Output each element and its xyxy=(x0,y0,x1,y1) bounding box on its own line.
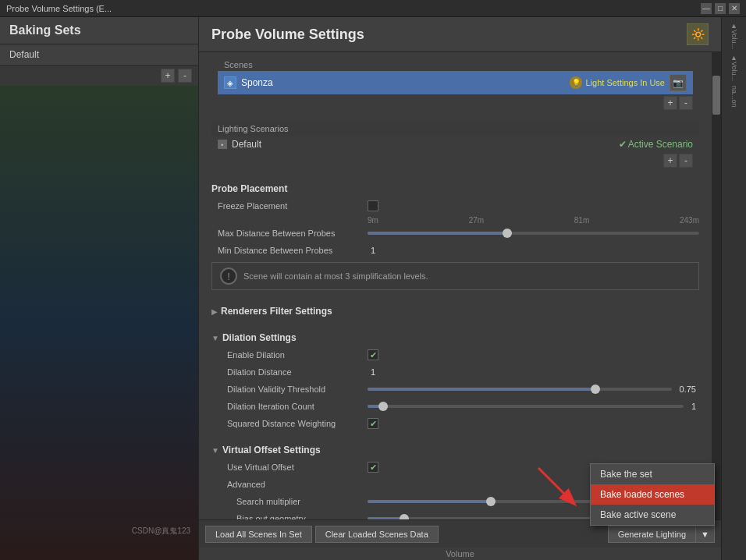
title-bar-controls: — □ ✕ xyxy=(701,3,740,14)
dilation-iteration-row: Dilation Iteration Count 1 xyxy=(211,398,699,415)
squared-distance-checkbox[interactable]: ✔ xyxy=(368,418,378,429)
lighting-default-row[interactable]: ▪ Default ✔ Active Scenario xyxy=(211,136,699,152)
light-settings-badge: 💡 Light Settings In Use xyxy=(570,76,665,89)
enable-dilation-checkbox[interactable]: ✔ xyxy=(368,349,378,360)
iteration-slider[interactable]: 1 xyxy=(368,402,699,411)
renderers-filter-header[interactable]: ▶ Renderers Filter Settings xyxy=(211,303,699,320)
squared-distance-label: Squared Distance Weighting xyxy=(211,419,368,428)
light-badge-icon: 💡 xyxy=(570,76,582,89)
bake-the-set-item[interactable]: Bake the set xyxy=(591,464,714,484)
scenes-remove-button[interactable]: - xyxy=(679,96,693,110)
right-panel: Probe Volume Settings 🔆 Scenes ◈ Sponza … xyxy=(199,17,721,560)
validity-slider[interactable]: 0.75 xyxy=(368,385,699,394)
lighting-header: Lighting Scenarios xyxy=(211,121,699,136)
right-scrollbar[interactable] xyxy=(712,52,721,519)
generate-lighting-container: Generate Lighting ▼ Bake the set Bake lo… xyxy=(608,526,715,543)
scrollbar-thumb[interactable] xyxy=(712,76,720,115)
slider-label-27m: 27m xyxy=(469,216,484,225)
max-distance-label: Max Distance Between Probes xyxy=(211,229,368,238)
iteration-thumb[interactable] xyxy=(378,402,388,411)
inner-scroll: Scenes ◈ Sponza 💡 Light Settings In Use … xyxy=(199,52,712,519)
scene-camera-icon[interactable]: 📷 xyxy=(670,74,687,91)
bake-active-scene-item[interactable]: Bake active scene xyxy=(591,505,714,525)
scenes-add-button[interactable]: + xyxy=(663,96,677,110)
renderers-filter-title: Renderers Filter Settings xyxy=(221,306,332,317)
use-virtual-offset-checkbox[interactable]: ✔ xyxy=(368,462,378,473)
dilation-settings-header[interactable]: ▼ Dilation Settings xyxy=(211,329,699,346)
dilation-settings-title: Dilation Settings xyxy=(222,332,297,343)
sidebar-watermark: CSDN@真鬼123 xyxy=(132,526,190,537)
bottom-bar: Load All Scenes In Set Clear Loaded Scen… xyxy=(199,519,721,548)
lighting-scenarios-section: Lighting Scenarios ▪ Default ✔ Active Sc… xyxy=(199,116,712,174)
warning-box: ! Scene will contain at most 3 simplific… xyxy=(211,262,699,290)
panel-header: Probe Volume Settings 🔆 xyxy=(199,17,721,52)
virtual-offset-arrow-icon: ▼ xyxy=(211,446,219,455)
active-scenario-text: Active Scenario xyxy=(628,139,693,150)
dilation-distance-label: Dilation Distance xyxy=(211,367,368,377)
validity-thumb[interactable] xyxy=(591,385,600,394)
scenarios-remove-button[interactable]: - xyxy=(679,154,693,168)
lighting-row-name: Default xyxy=(232,139,261,150)
dilation-arrow-icon: ▼ xyxy=(211,334,219,342)
scenarios-add-button[interactable]: + xyxy=(663,154,677,168)
search-multiplier-label: Search multiplier xyxy=(211,497,368,506)
probe-placement-section: Probe Placement Freeze Placement 9m 27m … xyxy=(199,174,712,298)
min-distance-row: Min Distance Between Probes 1 xyxy=(211,242,699,259)
far-right-panel: ▲Volu... ▲Volu... na...on xyxy=(721,17,746,560)
clear-loaded-scenes-button[interactable]: Clear Loaded Scenes Data xyxy=(315,526,439,543)
far-right-label-1: ▲Volu... xyxy=(729,20,740,51)
minimize-button[interactable]: — xyxy=(701,3,712,14)
scenes-label: Scenes xyxy=(211,57,699,71)
generate-lighting-button[interactable]: Generate Lighting xyxy=(608,526,695,543)
bias-thumb[interactable] xyxy=(400,514,409,519)
virtual-offset-title: Virtual Offset Settings xyxy=(222,445,321,455)
sidebar: Baking Sets Default + - CSDN@真鬼123 xyxy=(0,17,199,560)
scene-row-sponza[interactable]: ◈ Sponza 💡 Light Settings In Use 📷 xyxy=(218,71,693,94)
title-bar: Probe Volume Settings (E... — □ ✕ xyxy=(0,0,746,17)
active-scenario-badge: ✔ Active Scenario xyxy=(619,139,693,150)
far-right-label-3: na...on xyxy=(729,84,740,109)
sidebar-remove-button[interactable]: - xyxy=(178,69,192,83)
freeze-placement-row: Freeze Placement xyxy=(211,197,699,214)
slider-label-9m: 9m xyxy=(211,216,378,225)
scene-name: Sponza xyxy=(241,77,565,88)
slider-thumb[interactable] xyxy=(503,229,512,238)
lighting-row-icon: ▪ xyxy=(218,140,227,149)
close-button[interactable]: ✕ xyxy=(729,3,740,14)
bake-loaded-scenes-item[interactable]: Bake loaded scenes xyxy=(591,484,714,505)
warning-icon: ! xyxy=(220,268,237,285)
freeze-placement-checkbox[interactable] xyxy=(368,200,378,211)
renderers-filter-section: ▶ Renderers Filter Settings xyxy=(199,298,712,324)
min-distance-label: Min Distance Between Probes xyxy=(211,246,368,255)
dilation-distance-value: 1 xyxy=(368,367,378,377)
sponza-icon: ◈ xyxy=(224,76,236,89)
iteration-value: 1 xyxy=(688,402,699,411)
search-thumb[interactable] xyxy=(486,497,496,506)
main-layout: Baking Sets Default + - CSDN@真鬼123 Probe… xyxy=(0,17,746,560)
virtual-offset-header[interactable]: ▼ Virtual Offset Settings xyxy=(211,441,699,459)
freeze-placement-label: Freeze Placement xyxy=(211,201,368,211)
max-distance-slider[interactable] xyxy=(368,232,699,235)
search-fill xyxy=(368,500,491,503)
warning-text: Scene will contain at most 3 simplificat… xyxy=(243,271,428,281)
panel-title: Probe Volume Settings xyxy=(211,27,364,43)
validity-track xyxy=(368,388,672,391)
sidebar-default-item[interactable]: Default xyxy=(0,44,198,66)
volume-label: Volume xyxy=(199,548,721,560)
use-virtual-offset-label: Use Virtual Offset xyxy=(211,463,368,472)
slider-labels: 9m 27m 81m 243m xyxy=(211,216,699,225)
light-badge-text: Light Settings In Use xyxy=(585,78,665,87)
bias-geometry-label: Bias out geometry xyxy=(211,514,368,519)
load-all-scenes-button[interactable]: Load All Scenes In Set xyxy=(205,526,312,543)
title-bar-text: Probe Volume Settings (E... xyxy=(6,4,112,13)
bottom-bar-container: Load All Scenes In Set Clear Loaded Scen… xyxy=(199,519,721,560)
far-right-label-2: ▲Volu... xyxy=(729,52,740,83)
generate-lighting-arrow-button[interactable]: ▼ xyxy=(695,526,715,543)
iteration-track xyxy=(368,405,684,408)
sidebar-add-button[interactable]: + xyxy=(161,69,175,83)
probe-placement-title: Probe Placement xyxy=(211,179,699,197)
sidebar-background-image: CSDN@真鬼123 xyxy=(0,86,198,560)
validity-fill xyxy=(368,388,595,391)
panel-header-icon[interactable]: 🔆 xyxy=(687,23,709,45)
maximize-button[interactable]: □ xyxy=(715,3,726,14)
